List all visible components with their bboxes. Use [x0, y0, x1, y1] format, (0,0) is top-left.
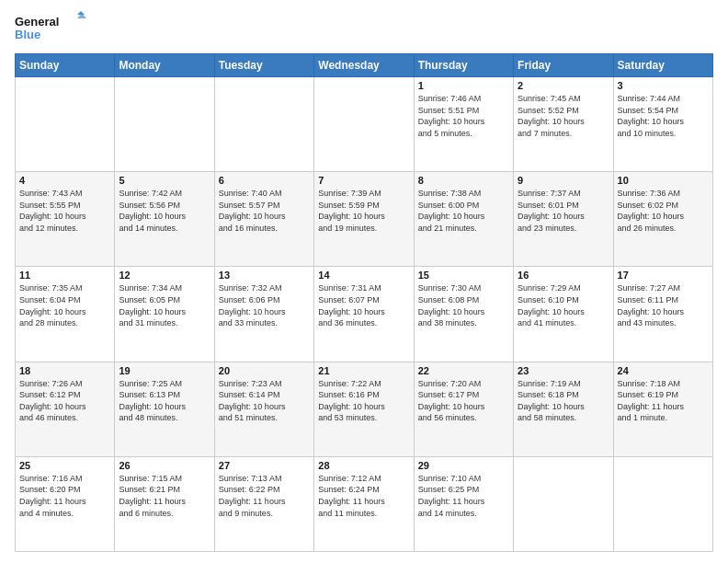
day-info: Sunrise: 7:18 AM Sunset: 6:19 PM Dayligh… — [618, 378, 709, 424]
day-of-week-header: Monday — [115, 54, 214, 77]
day-of-week-header: Sunday — [16, 54, 115, 77]
calendar-cell: 23Sunrise: 7:19 AM Sunset: 6:18 PM Dayli… — [514, 362, 613, 456]
day-number: 26 — [119, 460, 210, 471]
day-info: Sunrise: 7:43 AM Sunset: 5:55 PM Dayligh… — [19, 188, 110, 234]
calendar-cell: 17Sunrise: 7:27 AM Sunset: 6:11 PM Dayli… — [613, 267, 712, 362]
day-number: 2 — [518, 80, 609, 91]
calendar-cell: 1Sunrise: 7:46 AM Sunset: 5:51 PM Daylig… — [414, 77, 513, 172]
calendar-cell — [214, 77, 313, 172]
calendar-cell: 16Sunrise: 7:29 AM Sunset: 6:10 PM Dayli… — [514, 267, 613, 362]
calendar-body: 1Sunrise: 7:46 AM Sunset: 5:51 PM Daylig… — [16, 77, 713, 552]
calendar-cell: 25Sunrise: 7:16 AM Sunset: 6:20 PM Dayli… — [16, 456, 115, 551]
calendar-cell: 5Sunrise: 7:42 AM Sunset: 5:56 PM Daylig… — [115, 172, 214, 267]
day-info: Sunrise: 7:23 AM Sunset: 6:14 PM Dayligh… — [219, 378, 310, 424]
day-info: Sunrise: 7:32 AM Sunset: 6:06 PM Dayligh… — [219, 282, 310, 328]
day-info: Sunrise: 7:35 AM Sunset: 6:04 PM Dayligh… — [19, 282, 110, 328]
calendar-week-row: 1Sunrise: 7:46 AM Sunset: 5:51 PM Daylig… — [16, 77, 713, 172]
day-number: 1 — [418, 80, 509, 91]
logo: General Blue — [15, 11, 88, 44]
day-info: Sunrise: 7:22 AM Sunset: 6:16 PM Dayligh… — [318, 378, 409, 424]
calendar-cell — [115, 77, 214, 172]
svg-text:General: General — [15, 15, 59, 29]
calendar-week-row: 4Sunrise: 7:43 AM Sunset: 5:55 PM Daylig… — [16, 172, 713, 267]
calendar-cell: 3Sunrise: 7:44 AM Sunset: 5:54 PM Daylig… — [613, 77, 712, 172]
calendar-cell: 13Sunrise: 7:32 AM Sunset: 6:06 PM Dayli… — [214, 267, 313, 362]
day-number: 21 — [318, 365, 409, 376]
day-number: 28 — [318, 460, 409, 471]
day-of-week-header: Thursday — [414, 54, 513, 77]
day-info: Sunrise: 7:25 AM Sunset: 6:13 PM Dayligh… — [119, 378, 210, 424]
day-of-week-header: Saturday — [613, 54, 712, 77]
calendar-cell: 10Sunrise: 7:36 AM Sunset: 6:02 PM Dayli… — [613, 172, 712, 267]
calendar-cell: 19Sunrise: 7:25 AM Sunset: 6:13 PM Dayli… — [115, 362, 214, 456]
calendar-cell: 18Sunrise: 7:26 AM Sunset: 6:12 PM Dayli… — [16, 362, 115, 456]
day-info: Sunrise: 7:39 AM Sunset: 5:59 PM Dayligh… — [318, 188, 409, 234]
day-info: Sunrise: 7:12 AM Sunset: 6:24 PM Dayligh… — [318, 473, 409, 519]
calendar-week-row: 11Sunrise: 7:35 AM Sunset: 6:04 PM Dayli… — [16, 267, 713, 362]
svg-text:Blue: Blue — [15, 28, 40, 41]
days-header-row: SundayMondayTuesdayWednesdayThursdayFrid… — [16, 54, 713, 77]
day-number: 20 — [219, 365, 310, 376]
day-info: Sunrise: 7:20 AM Sunset: 6:17 PM Dayligh… — [418, 378, 509, 424]
day-info: Sunrise: 7:46 AM Sunset: 5:51 PM Dayligh… — [418, 93, 509, 139]
calendar-cell: 11Sunrise: 7:35 AM Sunset: 6:04 PM Dayli… — [16, 267, 115, 362]
day-info: Sunrise: 7:19 AM Sunset: 6:18 PM Dayligh… — [518, 378, 609, 424]
day-number: 4 — [19, 175, 110, 186]
day-info: Sunrise: 7:13 AM Sunset: 6:22 PM Dayligh… — [219, 473, 310, 519]
calendar-cell: 2Sunrise: 7:45 AM Sunset: 5:52 PM Daylig… — [514, 77, 613, 172]
calendar-week-row: 18Sunrise: 7:26 AM Sunset: 6:12 PM Dayli… — [16, 362, 713, 456]
calendar-cell: 6Sunrise: 7:40 AM Sunset: 5:57 PM Daylig… — [214, 172, 313, 267]
day-info: Sunrise: 7:36 AM Sunset: 6:02 PM Dayligh… — [618, 188, 709, 234]
day-number: 15 — [418, 270, 509, 281]
day-info: Sunrise: 7:31 AM Sunset: 6:07 PM Dayligh… — [318, 282, 409, 328]
day-number: 3 — [618, 80, 709, 91]
day-number: 27 — [219, 460, 310, 471]
day-number: 9 — [518, 175, 609, 186]
page: General Blue SundayMondayTuesdayWednesda… — [0, 0, 728, 563]
day-number: 13 — [219, 270, 310, 281]
calendar-cell: 29Sunrise: 7:10 AM Sunset: 6:25 PM Dayli… — [414, 456, 513, 551]
day-of-week-header: Friday — [514, 54, 613, 77]
calendar-cell: 20Sunrise: 7:23 AM Sunset: 6:14 PM Dayli… — [214, 362, 313, 456]
calendar-cell: 14Sunrise: 7:31 AM Sunset: 6:07 PM Dayli… — [314, 267, 414, 362]
calendar-week-row: 25Sunrise: 7:16 AM Sunset: 6:20 PM Dayli… — [16, 456, 713, 551]
day-number: 19 — [119, 365, 210, 376]
day-info: Sunrise: 7:45 AM Sunset: 5:52 PM Dayligh… — [518, 93, 609, 139]
day-info: Sunrise: 7:40 AM Sunset: 5:57 PM Dayligh… — [219, 188, 310, 234]
calendar-cell — [314, 77, 414, 172]
day-number: 14 — [318, 270, 409, 281]
day-number: 12 — [119, 270, 210, 281]
header: General Blue — [15, 11, 713, 44]
calendar-cell: 8Sunrise: 7:38 AM Sunset: 6:00 PM Daylig… — [414, 172, 513, 267]
calendar-cell: 9Sunrise: 7:37 AM Sunset: 6:01 PM Daylig… — [514, 172, 613, 267]
day-info: Sunrise: 7:10 AM Sunset: 6:25 PM Dayligh… — [418, 473, 509, 519]
calendar-cell: 4Sunrise: 7:43 AM Sunset: 5:55 PM Daylig… — [16, 172, 115, 267]
calendar-cell: 24Sunrise: 7:18 AM Sunset: 6:19 PM Dayli… — [613, 362, 712, 456]
day-number: 11 — [19, 270, 110, 281]
day-info: Sunrise: 7:15 AM Sunset: 6:21 PM Dayligh… — [119, 473, 210, 519]
calendar-cell — [16, 77, 115, 172]
day-number: 7 — [318, 175, 409, 186]
day-number: 6 — [219, 175, 310, 186]
day-number: 18 — [19, 365, 110, 376]
calendar-cell: 26Sunrise: 7:15 AM Sunset: 6:21 PM Dayli… — [115, 456, 214, 551]
day-number: 10 — [618, 175, 709, 186]
day-of-week-header: Tuesday — [214, 54, 313, 77]
day-info: Sunrise: 7:26 AM Sunset: 6:12 PM Dayligh… — [19, 378, 110, 424]
day-info: Sunrise: 7:30 AM Sunset: 6:08 PM Dayligh… — [418, 282, 509, 328]
day-info: Sunrise: 7:16 AM Sunset: 6:20 PM Dayligh… — [19, 473, 110, 519]
day-number: 29 — [418, 460, 509, 471]
day-info: Sunrise: 7:37 AM Sunset: 6:01 PM Dayligh… — [518, 188, 609, 234]
calendar-cell — [613, 456, 712, 551]
logo-svg: General Blue — [15, 11, 88, 44]
day-number: 22 — [418, 365, 509, 376]
day-info: Sunrise: 7:34 AM Sunset: 6:05 PM Dayligh… — [119, 282, 210, 328]
day-number: 5 — [119, 175, 210, 186]
calendar-cell: 21Sunrise: 7:22 AM Sunset: 6:16 PM Dayli… — [314, 362, 414, 456]
day-number: 24 — [618, 365, 709, 376]
calendar-table: SundayMondayTuesdayWednesdayThursdayFrid… — [15, 53, 713, 552]
calendar-cell: 27Sunrise: 7:13 AM Sunset: 6:22 PM Dayli… — [214, 456, 313, 551]
calendar-cell: 28Sunrise: 7:12 AM Sunset: 6:24 PM Dayli… — [314, 456, 414, 551]
day-number: 23 — [518, 365, 609, 376]
calendar-cell: 12Sunrise: 7:34 AM Sunset: 6:05 PM Dayli… — [115, 267, 214, 362]
